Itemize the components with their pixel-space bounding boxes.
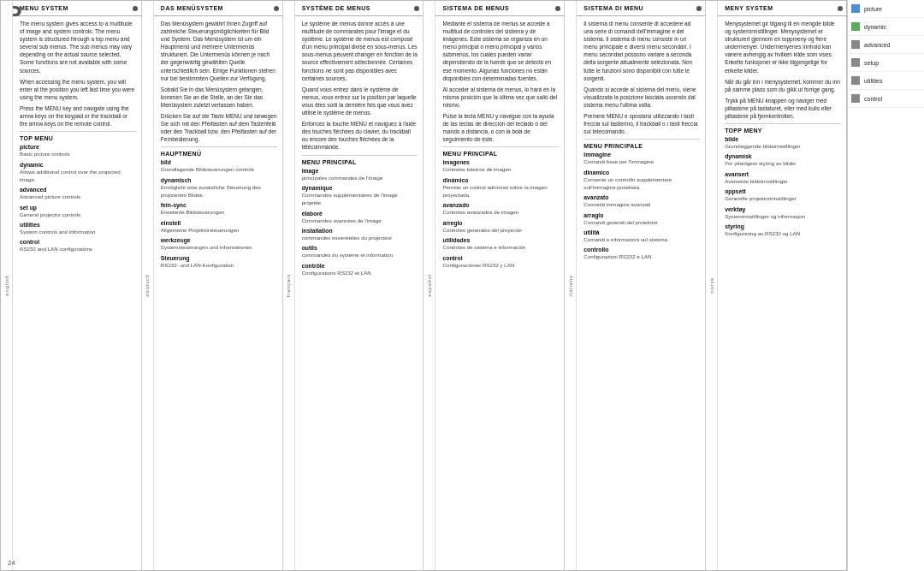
lang-col-german: deutschDAS MENÜSYSTEMDas Menüsystem gewä… <box>142 1 283 570</box>
menu-item-name-spanish-3: arreglo <box>442 220 559 226</box>
sidebar-item-utilities[interactable]: utilities <box>848 72 924 90</box>
menu-item-desc-german-0: Grundlegende Bildsteuerungen controls <box>161 166 254 172</box>
intro-german-2: Drücken Sie auf die Taste MENU und beweg… <box>161 112 277 143</box>
col-header-title-english: MENU SYSTEM <box>20 5 68 11</box>
menu-item-german-3: einstellAllgemeine Projektorsteuerungen <box>161 220 277 234</box>
menu-item-desc-english-4: System controls and information <box>20 229 95 235</box>
menu-item-name-french-2: élaboré <box>302 211 418 217</box>
menu-item-french-2: élaboréCommandes avancées de l'image <box>302 211 418 224</box>
menu-item-desc-english-3: General projector controls <box>20 211 80 217</box>
intro-spanish-2: Pulse la tecla MENU y navegue con la ayu… <box>442 112 559 143</box>
menu-item-name-french-3: installation <box>302 228 418 234</box>
menu-item-desc-italian-4: Comandi e informazioni sul sistema <box>583 236 667 242</box>
menu-item-name-english-1: dynamic <box>20 162 136 168</box>
lang-col-norwegian: norskMENY SYSTEMMenysystemet gir tilgang… <box>706 1 846 570</box>
menu-item-english-2: advancedAdvanced picture controls <box>20 187 136 200</box>
sidebar-color-picture <box>851 4 860 13</box>
menu-item-name-english-0: picture <box>20 144 136 150</box>
menu-item-name-norwegian-3: oppsett <box>725 188 841 194</box>
sidebar-item-control[interactable]: control <box>848 90 924 108</box>
sidebar-item-picture[interactable]: picture <box>848 0 924 18</box>
menu-item-desc-english-0: Basic picture controls <box>20 151 70 157</box>
menu-item-desc-italian-5: Configurazioni RS232 e LAN <box>583 253 651 259</box>
menu-item-norwegian-0: bildeGrunnleggende bildeinnstillinger <box>725 136 841 150</box>
menu-item-spanish-3: arregloControles generales del proyector <box>442 220 559 234</box>
menu-item-name-german-3: einstell <box>161 220 277 226</box>
lang-col-spanish: españolSISTEMA DE MENUSMediante el siste… <box>424 1 565 570</box>
menu-item-desc-spanish-4: Controles de sistema e información <box>442 244 525 250</box>
menu-item-italian-2: avanzatoComandi immagine avanzati <box>583 194 700 208</box>
menu-item-name-norwegian-4: verktøy <box>725 206 841 212</box>
menu-item-norwegian-3: oppsettGenerelle projektorinnstillinger <box>725 188 841 202</box>
menu-item-desc-norwegian-3: Generelle projektorinnstillinger <box>725 195 797 201</box>
menu-item-name-italian-0: immagine <box>583 152 700 158</box>
col-header-french: SYSTÈME DE MENUS <box>295 1 424 16</box>
menu-item-french-0: imageprincipales commandes de l'image <box>302 168 418 181</box>
menu-item-norwegian-1: dynamiskFor ytterligere styring av bilde… <box>725 153 841 167</box>
menu-item-desc-spanish-2: Controles avanzados de imagen <box>442 209 518 215</box>
section-header-norwegian: TOPP MENY <box>725 128 841 134</box>
sidebar-color-utilities <box>851 76 860 85</box>
section-header-english: TOP MENU <box>20 135 136 141</box>
sidebar-label-setup: setup <box>864 60 879 66</box>
intro-italian-2: Premere MENU e spostarsi utilizzando i t… <box>583 112 700 135</box>
menu-item-desc-french-1: Commandes supplémentaires de l'image pro… <box>302 192 398 205</box>
intro-french-2: Enfoncez la touche MENU et naviguez à l'… <box>302 120 418 151</box>
menu-item-desc-german-3: Allgemeine Projektorsteuerungen <box>161 227 240 233</box>
sidebar-label-dynamic: dynamic <box>864 24 886 30</box>
menu-item-spanish-2: avanzadoControles avanzados de imagen <box>442 202 559 216</box>
menu-item-name-spanish-5: control <box>442 255 559 261</box>
menu-item-name-norwegian-2: avansert <box>725 171 841 177</box>
menu-item-name-french-1: dynamique <box>302 185 418 191</box>
col-header-dot-french <box>414 6 419 11</box>
lang-strip-norwegian: norsk <box>706 1 718 570</box>
col-header-dot-english <box>133 6 138 11</box>
menu-item-name-french-4: outils <box>302 245 418 251</box>
menu-item-desc-italian-2: Comandi immagine avanzati <box>583 201 650 207</box>
col-header-german: DAS MENÜSYSTEM <box>154 1 282 16</box>
section-header-french: MENU PRINCIPAL <box>302 159 418 165</box>
intro-norwegian-2: Trykk på MENU knappen og naviger med pil… <box>725 97 841 120</box>
lang-label-english: english <box>4 275 9 296</box>
col-header-norwegian: MENY SYSTEM <box>718 1 846 16</box>
intro-spanish-1: Al acceder al sistema de menus, lo hará … <box>442 86 559 109</box>
menu-item-desc-italian-3: Comandi generali del proiettore <box>583 219 657 225</box>
menu-item-french-5: contrôleConfigurations RS232 et LAN <box>302 263 418 277</box>
lang-col-french: françaisSYSTÈME DE MENUSLe système de me… <box>283 1 424 570</box>
menu-item-spanish-5: controlConfiguraciones RS232 y LAN <box>442 255 559 269</box>
col-body-english: The menu system gives access to a multit… <box>13 16 141 570</box>
intro-spanish-0: Mediante el sistema de menus se accede a… <box>442 20 559 82</box>
menu-item-desc-norwegian-4: Systeminnstillinger og informasjon <box>725 213 805 219</box>
sidebar-color-dynamic <box>851 22 860 31</box>
lang-label-french: français <box>286 274 291 297</box>
col-body-spanish: Mediante el sistema de menus se accede a… <box>435 16 564 570</box>
menu-item-name-spanish-0: imagenes <box>442 159 559 165</box>
menu-item-name-english-4: utilities <box>20 222 136 228</box>
sidebar-item-advanced[interactable]: advanced <box>848 36 924 54</box>
menu-item-name-german-1: dynamisch <box>161 177 277 183</box>
menu-item-desc-italian-1: Consente un controllo supplementare sull… <box>583 176 672 190</box>
sidebar-item-dynamic[interactable]: dynamic <box>848 18 924 36</box>
page-number: 24 <box>8 559 15 567</box>
menu-item-name-french-0: image <box>302 168 418 174</box>
menu-item-desc-french-5: Configurations RS232 et LAN <box>302 270 371 276</box>
menu-item-desc-french-4: commandes du système et information <box>302 252 393 258</box>
menu-item-name-spanish-4: utilidades <box>442 237 559 243</box>
menu-item-english-0: pictureBasic picture controls <box>20 144 136 158</box>
sidebar-label-control: control <box>864 96 882 102</box>
menu-item-desc-spanish-5: Configuraciones RS232 y LAN <box>442 262 514 268</box>
menu-item-name-english-3: set up <box>20 205 136 211</box>
sidebar-item-setup[interactable]: setup <box>848 54 924 72</box>
intro-english-1: When accessing the menu system, you will… <box>20 78 136 101</box>
menu-item-desc-spanish-0: Controles básicos de imagen <box>442 166 511 172</box>
menu-item-desc-german-1: Ermöglicht eine zusätzliche Steuerung de… <box>161 184 261 198</box>
menu-item-desc-norwegian-2: Avanserte bildeinnstillinger <box>725 178 788 184</box>
menu-item-name-english-5: control <box>20 239 136 245</box>
menu-item-french-4: outilscommandes du système et informatio… <box>302 245 418 259</box>
lang-col-english: englishMENU SYSTEMThe menu system gives … <box>1 1 142 570</box>
col-header-dot-italian <box>696 6 702 11</box>
menu-item-name-italian-3: arraglo <box>583 212 700 218</box>
col-header-dot-german <box>274 6 279 11</box>
menu-item-norwegian-2: avansertAvanserte bildeinnstillinger <box>725 171 841 185</box>
menu-item-desc-german-2: Erweiterte Bildsteuerungen <box>161 209 224 215</box>
